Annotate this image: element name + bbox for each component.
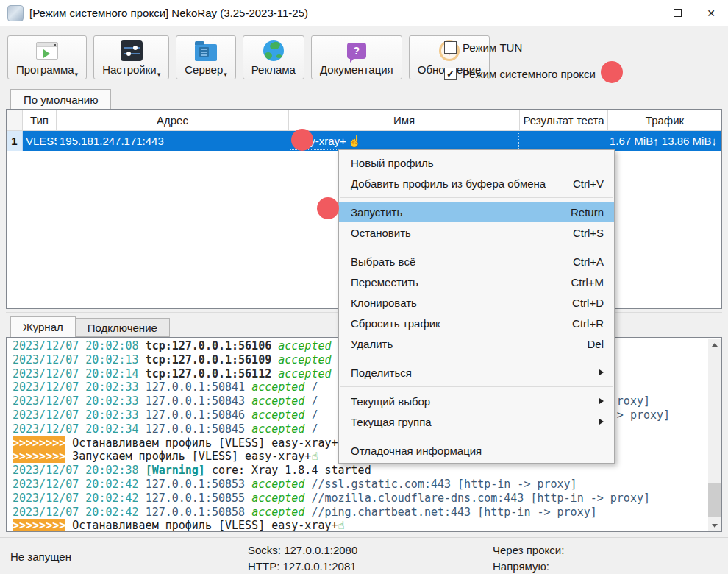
annotation-dot [317, 197, 339, 219]
scroll-up-button[interactable] [708, 339, 721, 351]
menu-item-stop[interactable]: ОстановитьCtrl+S [339, 222, 614, 243]
submenu-arrow-icon [599, 398, 604, 404]
menu-separator [340, 197, 613, 198]
checkbox-checked-icon: ✓ [444, 68, 457, 80]
log-scrollbar[interactable] [708, 339, 721, 532]
log-tab-bar: Журнал Подключение [10, 316, 170, 337]
header-corner [7, 110, 23, 130]
server-button[interactable]: Сервер▾ [176, 35, 236, 79]
title-bar: [Режим системного прокси] NekoRay (3.25-… [0, 0, 728, 26]
maximize-icon [674, 9, 682, 17]
documentation-button[interactable]: ? Документация [311, 35, 402, 79]
context-menu: Новый профильДобавить профиль из буфера … [338, 149, 615, 464]
maximize-button[interactable] [660, 0, 694, 26]
menu-item-label: Остановить [351, 227, 573, 239]
ads-button-label: Реклама [251, 63, 296, 76]
minimize-button[interactable] [627, 0, 660, 26]
header-type[interactable]: Тип [23, 110, 57, 130]
menu-item-label: Переместить [351, 276, 571, 288]
status-socks: Socks: 127.0.0.1:2080 [248, 542, 357, 559]
header-test-result[interactable]: Результат теста [520, 110, 608, 130]
menu-item-label: Новый профиль [351, 157, 604, 169]
mode-checkboxes: Режим TUN ✓ Режим системного прокси [444, 40, 596, 93]
cell-test-result[interactable] [520, 131, 608, 151]
settings-icon [119, 40, 144, 62]
cell-traffic[interactable]: 1.67 MiB↑ 13.86 MiB↓ [608, 131, 721, 151]
toolbar: Программа▾ Настройки▾ Сервер▾ Реклама ? … [7, 35, 490, 79]
system-proxy-label: Режим системного прокси [463, 68, 596, 80]
menu-item-shortcut: Ctrl+S [573, 227, 604, 239]
program-button[interactable]: Программа▾ [7, 35, 87, 79]
help-bubble-icon: ? [344, 40, 369, 62]
menu-item-current-select[interactable]: Текущий выбор [339, 391, 614, 411]
folder-icon [193, 40, 218, 62]
checkbox-unchecked-icon [444, 41, 457, 54]
menu-item-shortcut: Return [571, 206, 604, 219]
menu-item-shortcut: Ctrl+D [572, 297, 604, 309]
log-line: 2023/12/07 20:02:42 127.0.0.1:50858 acce… [13, 506, 707, 520]
cell-address[interactable]: 195.181.247.171:443 [57, 131, 289, 151]
menu-item-add-profile-from-clipboard[interactable]: Добавить профиль из буфера обменаCtrl+V [339, 173, 614, 194]
annotation-dot [291, 129, 313, 151]
menu-separator [340, 386, 613, 387]
menu-item-shortcut: Ctrl+M [571, 276, 604, 288]
status-bar: Не запущен Socks: 127.0.0.1:2080 HTTP: 1… [0, 537, 728, 574]
cell-type[interactable]: VLESS [23, 131, 57, 151]
header-traffic[interactable]: Трафик [608, 110, 721, 130]
menu-item-run[interactable]: ЗапуститьReturn [339, 202, 614, 222]
hand-icon: ☝ [348, 135, 362, 148]
dropdown-caret-icon: ▾ [224, 71, 227, 78]
menu-item-label: Удалить [351, 338, 587, 350]
table-row[interactable]: 1 VLESS 195.181.247.171:443 easy-xray+☝ … [7, 131, 721, 151]
menu-item-label: Выбрать всё [351, 255, 573, 268]
menu-item-label: Текущая группа [351, 416, 599, 428]
menu-item-current-group[interactable]: Текущая группа [339, 411, 614, 432]
submenu-arrow-icon [599, 369, 604, 375]
scroll-down-button[interactable] [708, 520, 721, 532]
annotation-dot [601, 61, 623, 83]
minimize-icon [639, 13, 648, 13]
header-name[interactable]: Имя [289, 110, 520, 130]
log-line: 2023/12/07 20:02:42 127.0.0.1:50855 acce… [13, 492, 707, 506]
log-line: 2023/12/07 20:02:38 [Warning] core: Xray… [13, 464, 707, 478]
settings-button-label: Настройки [102, 63, 157, 76]
menu-item-debug-info[interactable]: Отладочная информация [339, 440, 614, 461]
menu-item-select-all[interactable]: Выбрать всёCtrl+A [339, 251, 614, 272]
menu-separator [340, 247, 613, 247]
server-button-label: Сервер [185, 63, 223, 76]
tab-connections[interactable]: Подключение [76, 318, 170, 337]
close-icon: ✕ [707, 8, 715, 18]
menu-item-share[interactable]: Поделиться [339, 362, 614, 383]
ads-button[interactable]: Реклама [243, 35, 304, 79]
status-traffic-labels: Через прокси: Напрямую: [493, 542, 564, 574]
menu-item-clone[interactable]: КлонироватьCtrl+D [339, 292, 614, 313]
scroll-down-icon [712, 524, 718, 528]
status-via-proxy: Через прокси: [493, 542, 564, 559]
menu-item-reset-traffic[interactable]: Сбросить трафикCtrl+R [339, 313, 614, 333]
cell-name[interactable]: easy-xray+☝ [289, 131, 520, 151]
menu-item-label: Сбросить трафик [351, 317, 572, 330]
row-number: 1 [7, 131, 23, 151]
table-header: Тип Адрес Имя Результат теста Трафик [7, 110, 721, 131]
close-button[interactable]: ✕ [694, 0, 728, 26]
tab-log[interactable]: Журнал [10, 316, 76, 337]
header-address[interactable]: Адрес [57, 110, 289, 130]
scroll-up-icon [712, 343, 718, 347]
tun-mode-checkbox[interactable]: Режим TUN [444, 40, 596, 54]
globe-icon [261, 40, 286, 62]
menu-item-new-profile[interactable]: Новый профиль [339, 152, 614, 173]
window-title: [Режим системного прокси] NekoRay (3.25-… [29, 7, 308, 19]
submenu-arrow-icon [599, 419, 604, 425]
scrollbar-thumb[interactable] [708, 483, 721, 517]
system-proxy-checkbox[interactable]: ✓ Режим системного прокси [444, 66, 596, 81]
documentation-button-label: Документация [320, 63, 393, 76]
menu-item-move[interactable]: ПереместитьCtrl+M [339, 272, 614, 292]
menu-item-delete[interactable]: УдалитьDel [339, 333, 614, 354]
settings-button[interactable]: Настройки▾ [93, 35, 169, 79]
dropdown-caret-icon: ▾ [75, 71, 79, 78]
menu-item-shortcut: Ctrl+R [572, 317, 604, 330]
menu-separator [340, 436, 613, 436]
app-icon [7, 5, 24, 21]
menu-separator [340, 358, 613, 358]
tab-default-group[interactable]: По умолчанию [10, 89, 111, 109]
